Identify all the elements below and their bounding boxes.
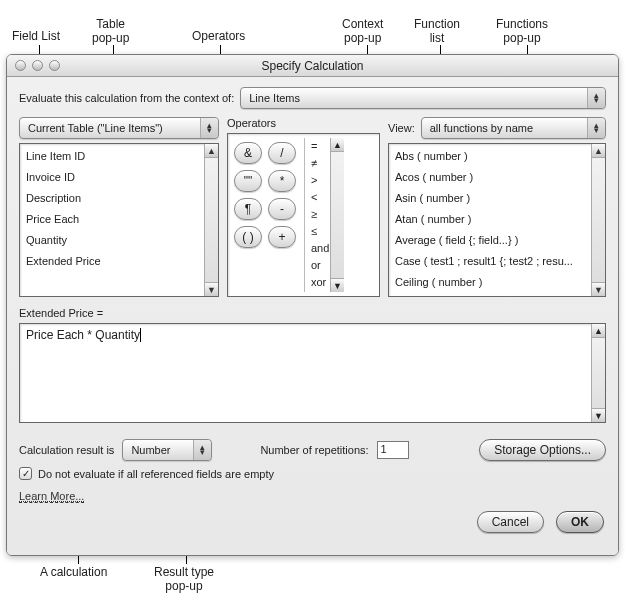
- window-title: Specify Calculation: [7, 59, 618, 73]
- field-list-item[interactable]: Invoice ID: [20, 167, 218, 188]
- chevron-up-down-icon: ▴▾: [200, 118, 218, 138]
- result-type-value: Number: [131, 444, 170, 456]
- operator-key[interactable]: &: [234, 142, 262, 164]
- ok-label: OK: [571, 515, 589, 529]
- ann-table-popup: Table pop-up: [92, 18, 129, 46]
- repetitions-input[interactable]: 1: [377, 441, 409, 459]
- operator-key[interactable]: ( ): [234, 226, 262, 248]
- operator-key[interactable]: "": [234, 170, 262, 192]
- do-not-evaluate-checkbox[interactable]: ✓: [19, 467, 32, 480]
- field-list-item[interactable]: Quantity: [20, 230, 218, 251]
- scrollbar[interactable]: ▲ ▼: [591, 324, 605, 422]
- titlebar: Specify Calculation: [7, 55, 618, 77]
- function-list-item[interactable]: Asin ( number ): [389, 188, 605, 209]
- functions-view-value: all functions by name: [430, 122, 533, 134]
- function-list[interactable]: Abs ( number )Acos ( number )Asin ( numb…: [388, 143, 606, 297]
- dialog-body: Evaluate this calculation from the conte…: [7, 77, 618, 555]
- ann-operators: Operators: [192, 30, 245, 44]
- function-list-item[interactable]: Ceiling ( number ): [389, 272, 605, 293]
- field-list-item[interactable]: Line Item ID: [20, 146, 218, 167]
- function-list-item[interactable]: Abs ( number ): [389, 146, 605, 167]
- minimize-icon[interactable]: [32, 60, 43, 71]
- operator-key[interactable]: /: [268, 142, 296, 164]
- scroll-down-icon[interactable]: ▼: [205, 282, 218, 296]
- scroll-down-icon[interactable]: ▼: [331, 278, 344, 292]
- scroll-down-icon[interactable]: ▼: [592, 282, 605, 296]
- text-caret: [140, 328, 141, 342]
- table-popup[interactable]: Current Table ("Line Items") ▴▾: [19, 117, 219, 139]
- calculation-text-area[interactable]: Price Each * Quantity ▲ ▼: [19, 323, 606, 423]
- scroll-down-icon[interactable]: ▼: [592, 408, 605, 422]
- operators-label: Operators: [227, 117, 380, 129]
- scrollbar[interactable]: ▲ ▼: [330, 138, 344, 292]
- functions-view-popup[interactable]: all functions by name ▴▾: [421, 117, 606, 139]
- storage-options-label: Storage Options...: [494, 443, 591, 457]
- context-popup[interactable]: Line Items ▴▾: [240, 87, 606, 109]
- function-list-item[interactable]: Atan ( number ): [389, 209, 605, 230]
- context-label: Evaluate this calculation from the conte…: [19, 92, 234, 104]
- scroll-up-icon[interactable]: ▲: [331, 138, 344, 152]
- ann-a-calculation: A calculation: [40, 566, 107, 580]
- zoom-icon[interactable]: [49, 60, 60, 71]
- table-popup-value: Current Table ("Line Items"): [28, 122, 163, 134]
- calculation-result-field-label: Extended Price =: [19, 307, 606, 319]
- operator-key[interactable]: +: [268, 226, 296, 248]
- chevron-up-down-icon: ▴▾: [587, 88, 605, 108]
- view-label: View:: [388, 122, 415, 134]
- cancel-label: Cancel: [492, 515, 529, 529]
- chevron-up-down-icon: ▴▾: [193, 440, 211, 460]
- function-list-item[interactable]: Acos ( number ): [389, 167, 605, 188]
- do-not-evaluate-label: Do not evaluate if all referenced fields…: [38, 468, 274, 480]
- comparison-operator-list[interactable]: =≠><≥≤andorxor ▲ ▼: [304, 138, 344, 292]
- ann-context-popup: Context pop-up: [342, 18, 383, 46]
- close-icon[interactable]: [15, 60, 26, 71]
- ann-result-type-popup: Result type pop-up: [154, 566, 214, 594]
- operators-panel: &/""*¶-( )+ =≠><≥≤andorxor ▲ ▼: [227, 133, 380, 297]
- scroll-up-icon[interactable]: ▲: [205, 144, 218, 158]
- ann-functions-popup: Functions pop-up: [496, 18, 548, 46]
- field-list-item[interactable]: Description: [20, 188, 218, 209]
- repetitions-value: 1: [381, 443, 387, 455]
- operator-key[interactable]: -: [268, 198, 296, 220]
- calculation-text: Price Each * Quantity: [26, 328, 140, 342]
- storage-options-button[interactable]: Storage Options...: [479, 439, 606, 461]
- specify-calculation-window: Specify Calculation Evaluate this calcul…: [6, 54, 619, 556]
- ann-field-list: Field List: [12, 30, 60, 44]
- operator-key[interactable]: ¶: [234, 198, 262, 220]
- scroll-up-icon[interactable]: ▲: [592, 324, 605, 338]
- field-list-item[interactable]: Extended Price: [20, 251, 218, 272]
- function-list-item[interactable]: Average ( field {; field...} ): [389, 230, 605, 251]
- check-icon: ✓: [22, 468, 30, 479]
- context-popup-value: Line Items: [249, 92, 300, 104]
- scroll-up-icon[interactable]: ▲: [592, 144, 605, 158]
- scrollbar[interactable]: ▲ ▼: [591, 144, 605, 296]
- repetitions-label: Number of repetitions:: [260, 444, 368, 456]
- learn-more-link[interactable]: Learn More...: [19, 490, 84, 503]
- operator-key[interactable]: *: [268, 170, 296, 192]
- cancel-button[interactable]: Cancel: [477, 511, 544, 533]
- function-list-item[interactable]: Char ( number ): [389, 293, 605, 297]
- field-list-item[interactable]: Price Each: [20, 209, 218, 230]
- chevron-up-down-icon: ▴▾: [587, 118, 605, 138]
- result-type-popup[interactable]: Number ▴▾: [122, 439, 212, 461]
- scrollbar[interactable]: ▲ ▼: [204, 144, 218, 296]
- ok-button[interactable]: OK: [556, 511, 604, 533]
- ann-function-list: Function list: [414, 18, 460, 46]
- function-list-item[interactable]: Case ( test1 ; result1 {; test2 ; resu..…: [389, 251, 605, 272]
- field-list[interactable]: Line Item IDInvoice IDDescriptionPrice E…: [19, 143, 219, 297]
- traffic-lights: [7, 60, 60, 71]
- result-type-label: Calculation result is: [19, 444, 114, 456]
